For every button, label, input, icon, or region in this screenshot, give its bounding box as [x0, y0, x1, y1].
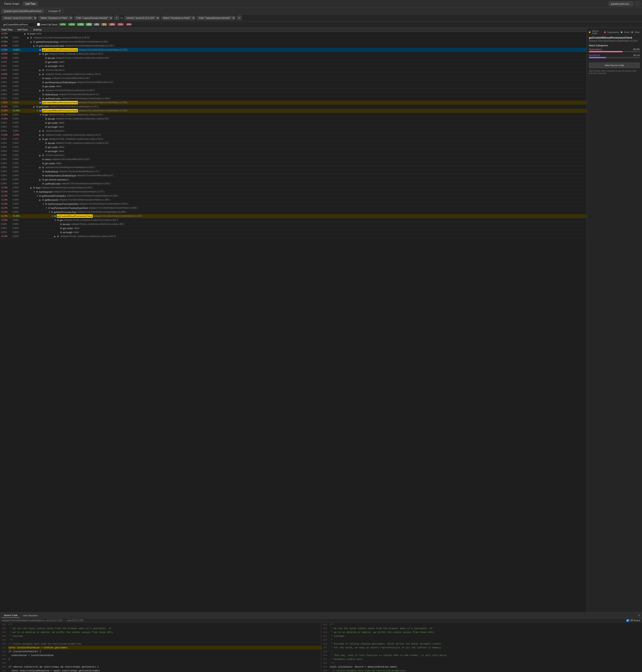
filter-input[interactable] [2, 23, 36, 26]
tree-row[interactable]: 0.00% 0.00% memo webpack:///src/shared/M… [0, 76, 587, 80]
expand-icon[interactable]: ▼ [54, 218, 57, 222]
badge-zero[interactable]: +0% [93, 23, 100, 26]
tree-row[interactable]: 0.00% 0.00% shallowEqual webpack:///src/… [0, 92, 587, 97]
tree-row[interactable]: 0.00% 0.00% shallowEqual webpack:///src/… [0, 169, 587, 174]
invert-call-stack-checkbox[interactable] [37, 23, 40, 26]
tree-row[interactable]: -0.15% 0.00% ▶ webpack:///node_modules/j… [0, 234, 587, 239]
tree-row[interactable]: -0.58% +0.62% getCookieWithoutPermission… [0, 48, 587, 52]
tab-user-sessions[interactable]: User Sessions [21, 613, 40, 618]
tree-row[interactable]: -0.24% -0.24% ▶ webpack:///node_modules/… [0, 133, 587, 137]
invert-call-stack-label[interactable]: Invert Call Stack [37, 23, 57, 26]
version-select-1[interactable]: Version "prod-23.12.0.224" [2, 16, 37, 20]
tree-row[interactable]: -0.14% 0.00% ▼ trackSegment webpack:///s… [0, 190, 587, 194]
expand-icon[interactable]: ▼ [45, 206, 48, 210]
path-select-2[interactable]: Path "/:spaceDomain/:blockId" [197, 16, 235, 20]
expand-icon[interactable]: ▶ [39, 137, 42, 141]
expand-icon[interactable]: ▼ [36, 194, 39, 198]
tree-row[interactable]: -0.14% 0.00% ▼ hasPermissionForCookieCli… [0, 202, 587, 206]
tree-row[interactable]: 0.00% 0.00% decode webpack:///node_modul… [0, 141, 587, 145]
tree-row[interactable]: -0.58% 0.00% ▶ getCookieConsentCookie we… [0, 44, 587, 48]
diff-checkbox[interactable] [626, 619, 629, 622]
tree-row[interactable]: 0.00% 0.00% set length native [0, 64, 587, 68]
tree-row[interactable]: 0.00% 0.00% canReadCookie webpack:///src… [0, 182, 587, 186]
tree-row[interactable]: -0.14% 0.00% ▼ getHasPermissionArgs webp… [0, 210, 587, 214]
close-source-button[interactable]: ✕ [638, 614, 640, 617]
add-filter-2-button[interactable]: + [237, 15, 242, 20]
tree-row[interactable]: 0.00% 0.00% eachDependencyShallowEqual w… [0, 80, 587, 85]
tab-source-code[interactable]: Source Code [2, 613, 20, 618]
version-select-2[interactable]: Version "prod-23.12.0.225" [124, 16, 160, 20]
badge-minus10[interactable]: -10% [108, 23, 115, 26]
metric-select-2[interactable]: Metric "Keydown to Paint" [161, 16, 195, 20]
diff-source-toggle[interactable]: Diff Source [626, 619, 640, 622]
compare-button[interactable]: Compare ⇄ [46, 9, 63, 13]
tree-row[interactable]: -0.60% 0.00% ▶ webpack:///node_modules/j… [0, 72, 587, 76]
expand-icon[interactable]: ▶ [39, 133, 42, 137]
expand-icon[interactable]: ▼ [51, 214, 54, 218]
expand-icon[interactable]: ▶ [30, 40, 33, 43]
badge-plus10[interactable]: +10% [77, 23, 85, 26]
expand-icon[interactable]: ▼ [36, 109, 39, 112]
badge-plus15[interactable]: +15% [68, 23, 76, 26]
tree-row[interactable]: -0.14% 0.00% ▶ track webpack:///src/clie… [0, 186, 587, 190]
expand-icon[interactable]: ▶ [27, 36, 30, 39]
tree-row[interactable]: 0.00% 0.00% get cookie native [0, 121, 587, 125]
tree-row[interactable]: 0.00% 0.00% ▶ webpack:///src/client/help… [0, 166, 587, 169]
tree-row[interactable]: 0.00% 0.00% get cookie native [0, 162, 587, 166]
badge-minus15[interactable]: -15% [117, 23, 124, 26]
tree-row[interactable]: -0.25% 0.00% ▶ getCookie webpack:///src/… [0, 105, 587, 109]
expand-icon[interactable]: ▶ [39, 154, 42, 157]
expand-icon[interactable]: ▶ [39, 198, 42, 202]
palette-button[interactable]: [palette] getCook... [609, 1, 633, 6]
expand-icon[interactable]: ▶ [39, 73, 42, 76]
tree-row[interactable]: +0.75% 0.00% ▶ webpack:///src/client-fra… [0, 36, 587, 40]
tree-row[interactable]: 0.00% 0.00% set length native [0, 149, 587, 153]
fullscreen-button[interactable]: ⛶ [635, 1, 640, 7]
tab-flame-graph[interactable]: Flame Graph [2, 1, 22, 6]
tab-call-tree[interactable]: Call Tree [23, 1, 38, 6]
tree-row[interactable]: 0.00% 0.00% set length native [0, 125, 587, 129]
expand-icon[interactable]: ▼ [33, 190, 36, 193]
expand-icon[interactable]: ▶ [39, 68, 42, 72]
tree-row[interactable]: -0.25% 0.00% ▼ get webpack:///node_modul… [0, 113, 587, 117]
tree-row[interactable]: -0.15% 0.00% ▼ get webpack:///node_modul… [0, 218, 587, 222]
badge-plus20[interactable]: +20% [59, 23, 66, 26]
tree-row[interactable]: -0.25% 0.00% decode webpack:///node_modu… [0, 117, 587, 121]
path-select-1[interactable]: Path "/:spaceDomain/:blockId" [74, 16, 113, 20]
tree-row[interactable]: 0.00% 0.00% ▶ canReadCookie webpack:///s… [0, 97, 587, 101]
tree-row[interactable]: 0.00% 0.00% set length native [0, 230, 587, 234]
tree-row[interactable]: 0.00% 0.00% decode webpack:///node_modul… [0, 222, 587, 226]
tree-row[interactable]: 0.00% 0.00% get cookie native [0, 85, 587, 89]
expand-icon[interactable]: ▶ [54, 234, 57, 238]
source-pane-right[interactable]: 288/**289 * We use the local cookie valu… [321, 623, 642, 672]
tree-row[interactable]: 0.00% 0.00% eachDependencyShallowEqual w… [0, 174, 587, 178]
expand-icon[interactable]: ▶ [39, 129, 42, 133]
tree-row[interactable]: -0.29% ▶ (root) native [0, 32, 587, 36]
tree-row[interactable]: 0.00% 0.00% get cookie native [0, 226, 587, 230]
tree-row[interactable]: -0.14% 0.00% ▶ getBrowserId webpack:///s… [0, 198, 587, 202]
tree-row[interactable]: -0.62% 0.00% ▶ get webpack:///node_modul… [0, 52, 587, 56]
expand-icon[interactable]: ▶ [33, 44, 36, 48]
swap-icon[interactable]: ⇄ [120, 16, 123, 20]
tree-row[interactable]: -0.58% 0.00% ▶ getHasPermissionArgs webp… [0, 40, 587, 44]
expand-icon[interactable]: ▼ [48, 210, 51, 214]
badge-minus20[interactable]: -20% [125, 23, 132, 26]
expand-icon[interactable]: ▶ [39, 89, 42, 92]
source-pane-left[interactable]: 285/**286 * We use the local cookie valu… [0, 623, 321, 672]
expand-icon[interactable]: ▼ [39, 113, 42, 116]
metric-select-1[interactable]: Metric "Keydown to Paint" [38, 16, 73, 20]
expand-icon[interactable]: ▶ [30, 186, 33, 189]
tree-row[interactable]: -0.14% 0.00% ▼ hasPermissionForTrackingT… [0, 206, 587, 210]
expand-icon[interactable]: ▼ [42, 202, 45, 206]
expand-icon[interactable]: ▶ [39, 166, 42, 169]
expand-icon[interactable]: ▶ [24, 32, 27, 35]
tree-row[interactable]: -0.02% 0.00% decode webpack:///node_modu… [0, 56, 587, 60]
tree-row[interactable]: 0.00% 0.00% ▶ webpack:///src/client/help… [0, 89, 587, 92]
expand-icon[interactable]: ▶ [39, 52, 42, 56]
add-filter-1-button[interactable]: + [114, 15, 119, 20]
tree-row[interactable]: 0.00% 0.00% ▶ get webpack:///node_module… [0, 137, 587, 141]
tree-row[interactable]: 0.00% 0.00% get cookie native [0, 60, 587, 64]
call-tree[interactable]: Total Time Self Time Activity -0.29% ▶ (… [0, 28, 587, 612]
tree-row[interactable]: 0.00% 0.00% memo webpack:///src/shared/M… [0, 157, 587, 162]
tree-row[interactable]: 0.00% 0.00% ▶ chrome-extension://... [0, 129, 587, 133]
